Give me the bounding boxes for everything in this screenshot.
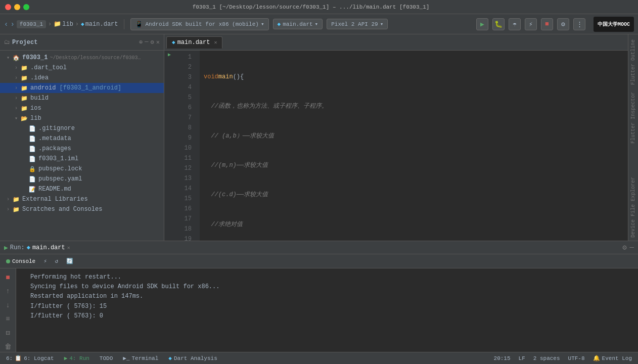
code-line-1: void main(){ [204, 72, 624, 82]
info-icon-2 [20, 282, 26, 292]
run-gutter-icon[interactable]: ▶ [168, 52, 171, 58]
lib-nav-item[interactable]: 📁 lib [54, 20, 73, 28]
pixel-selector[interactable]: Pixel 2 API 29 ▾ [327, 19, 388, 29]
tree-iml[interactable]: 📄 f0303_1.iml [0, 154, 164, 164]
logcat-icon: 📋 [15, 355, 22, 361]
console-tab[interactable]: Console [4, 257, 37, 265]
tree-root[interactable]: ▾ 🏠 f0303_1 ~/Desktop/lesson/source/f030… [0, 53, 164, 63]
arrow-up-icon[interactable]: ↑ [2, 287, 14, 297]
tree-build[interactable]: › 📁 build [0, 93, 164, 103]
flutter-inspector-label[interactable]: Flutter Inspector [629, 89, 637, 147]
settings-icon[interactable]: ⚙ [151, 38, 154, 46]
tree-gitignore[interactable]: 📄 .gitignore [0, 123, 164, 133]
filter-icon[interactable]: ≡ [2, 314, 14, 325]
terminal-item[interactable]: ▶_ Terminal [121, 355, 160, 361]
tree-packages[interactable]: 📄 .packages [0, 144, 164, 154]
chevron-down-icon: ▾ [261, 21, 264, 27]
close-button[interactable] [5, 4, 11, 10]
file-nav-item[interactable]: ◆ main.dart [81, 21, 118, 28]
locate-icon[interactable]: ⊕ [139, 38, 143, 46]
toolbar-actions: ▶ 🐛 ☂ ⚡ ■ ⚙ ⋮ 中国大学MOOC [476, 17, 634, 32]
phone-icon: 📱 [135, 20, 143, 28]
tree-lib[interactable]: ▾ 📂 lib [0, 113, 164, 123]
main-content: 🗂 Project ⊕ — ⚙ ✕ ▾ 🏠 f0303_1 ~/Desktop/… [0, 34, 638, 241]
flutter-outline-label[interactable]: Flutter Outline [629, 36, 637, 88]
more-button[interactable]: ⋮ [573, 18, 585, 30]
minimize-run-icon[interactable]: — [630, 243, 634, 252]
gutter-18 [164, 191, 174, 199]
console-line-3: Restarted application in 147ms. [20, 292, 634, 301]
profile-button[interactable]: ⚡ [525, 18, 537, 30]
window-title: f0303_1 [~/Desktop/lesson/source/f0303_1… [193, 4, 430, 10]
tree-idea[interactable]: › 📁 .idea [0, 73, 164, 83]
line-numbers: 12345 678910 1112131415 1617181920 21222… [174, 51, 200, 241]
arrow-down-icon[interactable]: ↓ [2, 300, 14, 310]
tab-main-dart[interactable]: ◆ main.dart ✕ [166, 36, 222, 49]
settings-btn[interactable]: ⚙ [557, 18, 569, 30]
tree-scratches[interactable]: › 📁 Scratches and Consoles [0, 204, 164, 214]
filter2-icon[interactable]: ⊟ [2, 328, 14, 338]
dart-analysis-label: Dart Analysis [174, 355, 217, 361]
code-editor: ▶ [164, 51, 628, 241]
stop-console-icon[interactable]: ■ [2, 272, 14, 283]
logcat-item[interactable]: 6: 📋 6: Logcat [4, 355, 56, 361]
code-line-3: // (a,b）——求较大值 [204, 131, 624, 141]
forward-icon[interactable]: › [10, 20, 14, 28]
coverage-button[interactable]: ☂ [509, 18, 521, 30]
collapse-icon[interactable]: — [145, 38, 148, 46]
close-sidebar-icon[interactable]: ✕ [156, 38, 160, 46]
todo-item[interactable]: TODO [98, 355, 115, 361]
run-label: Run: [10, 244, 25, 251]
back-icon[interactable]: ‹ [4, 20, 8, 28]
stop-button[interactable]: ■ [541, 18, 553, 30]
tree-metadata[interactable]: 📄 .metadata [0, 133, 164, 144]
arrow-external-libs: › [4, 197, 12, 202]
run-tab-main[interactable]: ◆ main.dart ✕ [27, 244, 70, 251]
tree-external-libs[interactable]: › 📁 External Libraries [0, 194, 164, 204]
run-panel-actions: ⚙ — [622, 243, 634, 252]
sidebar-actions[interactable]: ⊕ — ⚙ ✕ [139, 38, 160, 46]
tree-pubspec-yaml[interactable]: 📄 pubspec.yaml [0, 174, 164, 184]
device-file-label[interactable]: Device File Explorer [629, 174, 637, 241]
project-sidebar: 🗂 Project ⊕ — ⚙ ✕ ▾ 🏠 f0303_1 ~/Desktop/… [0, 34, 164, 241]
minimize-button[interactable] [14, 4, 20, 10]
bottom-content: ■ ↑ ↓ ≡ ⊟ 🗑 Performing hot restart... Sy… [0, 268, 638, 352]
gutter-21 [164, 216, 174, 224]
spaces-item[interactable]: 2 spaces [531, 355, 562, 361]
restart-tab[interactable]: ↺ [53, 257, 61, 265]
tree-dart-tool[interactable]: › 📁 .dart_tool [0, 63, 164, 73]
position-item[interactable]: 20:15 [492, 355, 513, 361]
statusbar: 6: 📋 6: Logcat ▶ 4: Run TODO ▶_ Terminal… [0, 352, 638, 364]
nav-breadcrumb[interactable]: ‹ › f0303_1 › 📁 lib › ◆ main.dart [4, 20, 118, 28]
debug-button[interactable]: 🐛 [492, 18, 505, 30]
tree-readme[interactable]: 📝 README.md [0, 184, 164, 194]
encoding-item[interactable]: UTF-8 [566, 355, 587, 361]
todo-label: TODO [100, 355, 113, 361]
maximize-button[interactable] [23, 4, 29, 10]
event-log-item[interactable]: 🔔 Event Log [591, 355, 634, 361]
tree-pubspec-lock[interactable]: 🔒 pubspec.lock [0, 164, 164, 174]
spaces-label: 2 spaces [533, 355, 560, 361]
clear-icon[interactable]: 🗑 [2, 342, 14, 352]
tree-ios[interactable]: › 📁 ios [0, 103, 164, 113]
refresh-tab[interactable]: 🔄 [64, 257, 75, 265]
settings-run-icon[interactable]: ⚙ [622, 243, 626, 252]
run-button[interactable]: ▶ [476, 18, 488, 30]
folder-icon-build: 📁 [20, 94, 28, 102]
hot-reload-tab[interactable]: ⚡ [41, 257, 49, 265]
run-item[interactable]: ▶ 4: Run [62, 355, 92, 361]
run-tab-close[interactable]: ✕ [67, 245, 70, 251]
editor-area: ◆ main.dart ✕ ▶ [164, 34, 628, 241]
nav-sep2: › [75, 21, 79, 28]
code-content[interactable]: void main(){ //函数，也称为方法、或子程序、子程序。 // (a,… [200, 51, 628, 241]
terminal-label: Terminal [132, 355, 159, 361]
tree-android[interactable]: › 📁 android [f0303_1_android] [0, 83, 164, 93]
lf-item[interactable]: LF [517, 355, 527, 361]
window-controls[interactable] [5, 4, 29, 10]
tab-close[interactable]: ✕ [214, 39, 217, 46]
device-selector[interactable]: ◆ main.dart ▾ [273, 19, 323, 29]
dart-analysis-item[interactable]: ◆ Dart Analysis [166, 355, 219, 361]
sdk-selector[interactable]: 📱 Android SDK built for x86 (mobile) ▾ [130, 18, 268, 30]
gutter-9 [164, 117, 174, 125]
project-nav-item[interactable]: f0303_1 [17, 20, 46, 28]
